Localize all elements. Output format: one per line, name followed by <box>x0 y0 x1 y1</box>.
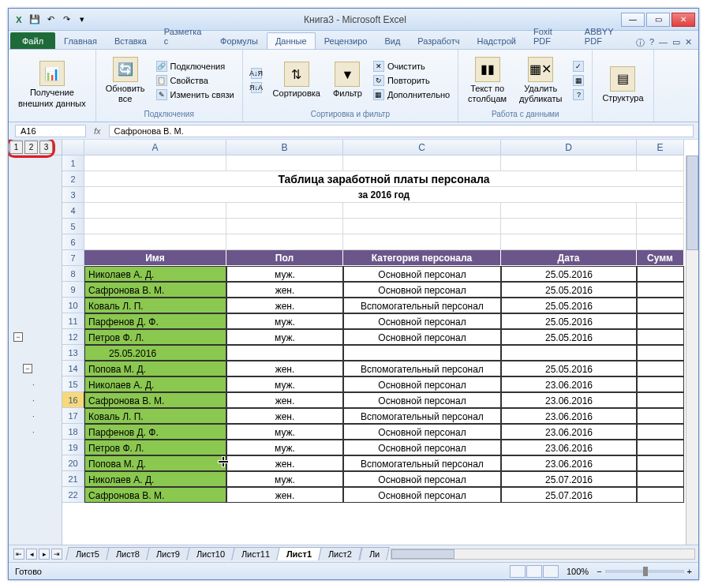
row-head[interactable]: 9 <box>62 282 84 298</box>
data-cell[interactable] <box>637 471 684 487</box>
view-normal-button[interactable] <box>510 565 526 578</box>
data-cell[interactable]: 23.06.2016 <box>501 424 637 440</box>
data-validation-button[interactable]: ✓ <box>570 60 587 73</box>
name-cell[interactable]: Попова М. Д. <box>84 361 226 376</box>
scrollbar-thumb[interactable] <box>391 549 454 559</box>
ribbon-help-icon[interactable]: ⓘ <box>636 37 645 49</box>
row-head[interactable]: 16 <box>62 392 84 408</box>
name-cell[interactable]: Петров Ф. Л. <box>84 440 226 455</box>
data-cell[interactable] <box>637 361 684 376</box>
data-cell[interactable]: Основной персонал <box>343 266 501 282</box>
advanced-button[interactable]: ▦Дополнительно <box>370 88 453 101</box>
data-cell[interactable] <box>637 266 684 282</box>
name-cell[interactable]: Николаев А. Д. <box>84 471 226 487</box>
data-cell[interactable]: муж. <box>226 313 343 329</box>
row-head[interactable]: 13 <box>62 345 84 361</box>
data-cell[interactable] <box>637 408 684 424</box>
ribbon-tab-рецензиро[interactable]: Рецензиро <box>316 32 376 49</box>
ribbon-tab-файл[interactable]: Файл <box>10 32 55 49</box>
view-pagebreak-button[interactable] <box>543 565 559 578</box>
data-cell[interactable] <box>343 345 501 361</box>
data-cell[interactable] <box>226 345 343 361</box>
data-cell[interactable]: жен. <box>226 298 343 313</box>
data-cell[interactable]: 25.05.2016 <box>501 361 637 376</box>
data-cell[interactable] <box>637 329 684 345</box>
col-head-A[interactable]: A <box>84 140 226 155</box>
sheet-tab-Лист1[interactable]: Лист1 <box>277 547 323 560</box>
outline-level-2[interactable]: 2 <box>24 140 38 154</box>
sort-button[interactable]: ⇅ Сортировка <box>268 58 325 102</box>
data-cell[interactable] <box>637 455 684 471</box>
close-button[interactable]: ✕ <box>671 13 695 27</box>
zoom-out-button[interactable]: − <box>597 567 601 576</box>
zoom-in-button[interactable]: + <box>687 567 692 576</box>
data-cell[interactable]: Вспомогательный персонал <box>343 298 501 313</box>
row-head[interactable]: 18 <box>62 424 84 440</box>
data-cell[interactable]: Основной персонал <box>343 440 501 455</box>
refresh-all-button[interactable]: 🔄 Обновить все <box>101 54 150 107</box>
data-cell[interactable] <box>501 345 637 361</box>
sheet-tab-Лист5[interactable]: Лист5 <box>65 547 110 560</box>
row-head[interactable]: 15 <box>62 376 84 392</box>
empty-cell[interactable] <box>501 203 637 219</box>
vertical-scrollbar[interactable] <box>686 155 698 545</box>
consolidate-button[interactable]: ▦ <box>570 74 587 87</box>
ribbon-tab-разработч[interactable]: Разработч <box>409 32 468 49</box>
connections-button[interactable]: 🔗Подключения <box>153 60 238 73</box>
data-cell[interactable]: 25.07.2016 <box>501 471 637 487</box>
data-cell[interactable]: Основной персонал <box>343 313 501 329</box>
data-cell[interactable] <box>637 487 684 503</box>
row-head[interactable]: 6 <box>62 234 84 250</box>
data-cell[interactable] <box>637 298 684 313</box>
data-cell[interactable]: Основной персонал <box>343 424 501 440</box>
name-cell[interactable]: 25.05.2016 <box>84 345 226 361</box>
data-cell[interactable]: Основной персонал <box>343 392 501 408</box>
ribbon-help-icon[interactable]: ▭ <box>672 37 680 49</box>
data-cell[interactable]: 23.06.2016 <box>501 376 637 392</box>
data-cell[interactable]: Основной персонал <box>343 282 501 298</box>
qat-dropdown-icon[interactable]: ▾ <box>75 13 89 27</box>
data-cell[interactable]: жен. <box>226 282 343 298</box>
data-cell[interactable]: Основной персонал <box>343 487 501 503</box>
col-head-E[interactable]: E <box>637 140 684 155</box>
empty-cell[interactable] <box>84 234 226 250</box>
data-cell[interactable]: 23.06.2016 <box>501 455 637 471</box>
data-cell[interactable]: муж. <box>226 266 343 282</box>
data-cell[interactable]: 23.06.2016 <box>501 408 637 424</box>
empty-cell[interactable] <box>343 155 501 171</box>
data-cell[interactable]: 25.05.2016 <box>501 313 637 329</box>
empty-cell[interactable] <box>226 203 343 219</box>
tab-last-icon[interactable]: ⇥ <box>51 549 62 560</box>
row-head[interactable]: 11 <box>62 313 84 329</box>
data-cell[interactable]: муж. <box>226 471 343 487</box>
empty-cell[interactable] <box>226 219 343 234</box>
data-cell[interactable]: Вспомогательный персонал <box>343 361 501 376</box>
ribbon-tab-данные[interactable]: Данные <box>267 32 316 49</box>
row-head[interactable]: 5 <box>62 219 84 234</box>
empty-cell[interactable] <box>226 234 343 250</box>
ribbon-help-icon[interactable]: ✕ <box>685 37 692 49</box>
outline-button[interactable]: ▤ Структура <box>597 63 648 107</box>
name-cell[interactable]: Парфенов Д. Ф. <box>84 313 226 329</box>
tab-first-icon[interactable]: ⇤ <box>13 549 24 560</box>
data-cell[interactable] <box>637 282 684 298</box>
col-head-D[interactable]: D <box>501 140 637 155</box>
empty-cell[interactable] <box>637 203 684 219</box>
ribbon-tab-вид[interactable]: Вид <box>376 32 409 49</box>
select-all-corner[interactable] <box>62 140 84 155</box>
undo-icon[interactable]: ↶ <box>43 13 58 27</box>
data-cell[interactable]: Вспомогательный персонал <box>343 455 501 471</box>
get-external-data-button[interactable]: 📊 Получение внешних данных <box>13 58 91 111</box>
horizontal-scrollbar[interactable] <box>391 549 695 560</box>
sheet-tab-Лист10[interactable]: Лист10 <box>186 547 235 560</box>
empty-cell[interactable] <box>637 234 684 250</box>
namebox[interactable]: A16 <box>15 125 86 137</box>
name-cell[interactable]: Парфенов Д. Ф. <box>84 424 226 440</box>
sort-az-button[interactable]: А↓Я <box>248 67 265 80</box>
data-cell[interactable]: 25.05.2016 <box>501 298 637 313</box>
ribbon-tab-вставка[interactable]: Вставка <box>106 32 155 49</box>
spreadsheet-grid[interactable]: ABCDE12Таблица заработной платы персонал… <box>62 140 698 503</box>
ribbon-help-icon[interactable]: ? <box>649 37 654 49</box>
row-head[interactable]: 17 <box>62 408 84 424</box>
data-cell[interactable] <box>637 392 684 408</box>
